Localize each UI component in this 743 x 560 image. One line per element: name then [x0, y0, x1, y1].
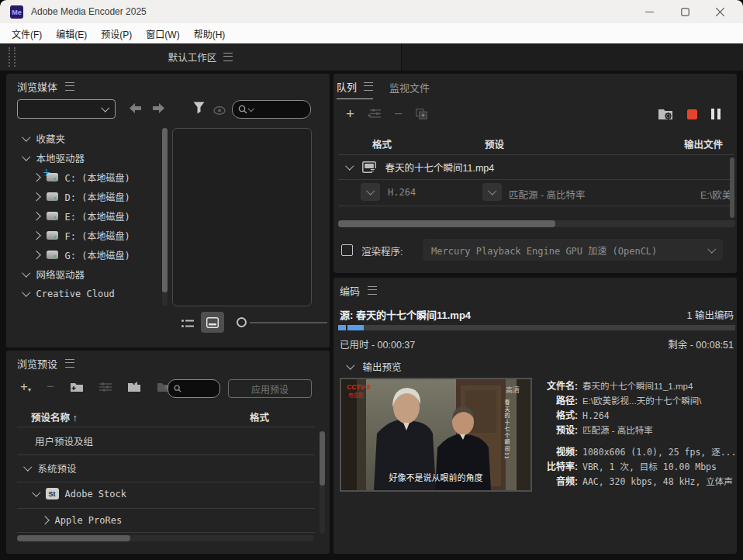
detail-bitrate: 比特率:VBR, 1 次, 目标 10.00 Mbps [541, 460, 738, 475]
tree-item-drive-d[interactable]: D: (本地磁盘) [33, 187, 130, 206]
workspace-menu-icon[interactable] [223, 53, 233, 61]
output-preview-toggle[interactable]: 输出预览 [347, 359, 402, 374]
menu-preset[interactable]: 预设(P) [94, 24, 139, 43]
media-tree-scrollbar[interactable] [162, 128, 168, 306]
queue-run-controls [658, 108, 721, 120]
new-preset-group-icon[interactable] [70, 382, 84, 392]
preset-row-user-presets[interactable]: 用户预设及组 [35, 431, 93, 451]
chevron-right-icon[interactable] [32, 251, 40, 259]
thumbnail-view-button[interactable] [201, 312, 224, 333]
job-output-path[interactable]: E:\欧美 [700, 187, 734, 202]
search-options-chevron-icon[interactable] [248, 105, 254, 112]
col-queue-preset[interactable]: 预设 [485, 137, 504, 151]
preset-row-apple-prores[interactable]: Apple ProRes [42, 510, 122, 530]
encoding-title: 编码 [340, 283, 360, 298]
thumbnail-size-slider-track[interactable] [250, 322, 327, 323]
pause-queue-button[interactable] [711, 109, 721, 119]
apply-preset-button[interactable]: 应用预设 [228, 379, 312, 398]
watch-folder-gear-icon[interactable] [658, 108, 673, 120]
detail-path: 路径:E:\欧美影视...天的十七个瞬间\ [541, 394, 738, 409]
remove-source-button[interactable]: − [394, 106, 403, 121]
chevron-right-icon[interactable] [32, 173, 40, 181]
queue-job-row[interactable]: 春天的十七个瞬间11.mp4 [347, 160, 494, 175]
menu-file[interactable]: 文件(F) [5, 24, 49, 43]
maximize-button[interactable] [673, 3, 696, 20]
media-content-pane[interactable] [172, 128, 312, 306]
stop-queue-button[interactable] [687, 109, 697, 119]
menu-edit[interactable]: 编辑(E) [49, 24, 94, 43]
preset-dropdown-button[interactable] [482, 183, 502, 201]
import-preset-icon[interactable] [127, 382, 141, 392]
tree-item-network-drives[interactable]: 网络驱动器 [23, 264, 85, 284]
menu-window[interactable]: 窗口(W) [139, 24, 186, 43]
duplicate-icon[interactable] [416, 109, 427, 119]
remove-preset-button[interactable]: − [47, 380, 54, 393]
chevron-right-icon[interactable] [32, 192, 40, 201]
browse-presets-title: 浏览预设 [17, 356, 57, 371]
add-source-button[interactable]: + [346, 106, 354, 121]
chevron-right-icon[interactable] [32, 231, 40, 240]
add-output-icon[interactable] [368, 109, 381, 119]
menu-help[interactable]: 帮助(H) [187, 24, 233, 43]
media-location-dropdown[interactable] [17, 99, 116, 119]
tree-item-creative-cloud[interactable]: Creative Cloud [23, 284, 115, 303]
col-queue-format[interactable]: 格式 [372, 137, 392, 151]
forward-arrow-button[interactable] [152, 102, 165, 117]
job-format-value[interactable]: H.264 [388, 187, 416, 198]
browse-presets-menu-icon[interactable] [65, 359, 74, 368]
tab-watch-folders[interactable]: 监视文件 [389, 80, 430, 95]
preset-search-input[interactable] [168, 379, 220, 398]
media-search-input[interactable] [232, 100, 311, 119]
tree-item-local-drives[interactable]: 本地驱动器 [23, 148, 85, 168]
tree-item-drive-c[interactable]: C: (本地磁盘) [33, 168, 130, 187]
col-queue-output[interactable]: 输出文件 [684, 137, 723, 151]
browse-media-menu-icon[interactable] [65, 82, 74, 91]
encoding-menu-icon[interactable] [368, 286, 377, 295]
preset-row-adobe-stock[interactable]: St Adobe Stock [33, 484, 126, 503]
chevron-down-icon[interactable] [23, 463, 32, 472]
output-details: 文件名:春天的十七个瞬间11_1.mp4 路径:E:\欧美影视...天的十七个瞬… [541, 379, 738, 489]
queue-menu-icon[interactable] [364, 82, 373, 91]
presets-horizontal-scrollbar[interactable] [17, 535, 314, 541]
workspace-bar-right [402, 43, 743, 71]
back-arrow-button[interactable] [129, 102, 142, 117]
queue-vertical-scrollbar[interactable] [730, 157, 734, 218]
eye-icon[interactable] [213, 104, 226, 118]
tree-item-label: F: (本地磁盘) [65, 229, 130, 242]
tree-item-drive-e[interactable]: E: (本地磁盘) [33, 206, 130, 226]
chevron-down-icon[interactable] [22, 269, 30, 278]
drive-icon [47, 251, 58, 259]
tree-item-drive-g[interactable]: G: (本地磁盘) [33, 245, 130, 264]
queue-horizontal-scrollbar[interactable] [338, 220, 735, 227]
chevron-down-icon[interactable] [22, 289, 30, 297]
job-preset-value[interactable]: 匹配源 - 高比特率 [509, 187, 586, 202]
workspace-tab-default[interactable]: 默认工作区 [0, 43, 401, 71]
filter-icon[interactable] [193, 102, 205, 117]
minimize-button[interactable] [638, 3, 661, 20]
chevron-down-icon[interactable] [22, 153, 30, 161]
list-view-button[interactable] [181, 318, 194, 332]
thumbnail-size-slider-knob[interactable] [237, 317, 247, 327]
tree-item-drive-f[interactable]: F: (本地磁盘) [33, 226, 130, 245]
format-dropdown-button[interactable] [361, 183, 380, 201]
preset-row-system-presets[interactable]: 系统预设 [25, 458, 77, 478]
detail-filename: 文件名:春天的十七个瞬间11_1.mp4 [541, 379, 738, 394]
col-preset-name[interactable]: 预设名称 ↑ [31, 410, 78, 424]
chevron-right-icon[interactable] [40, 516, 49, 524]
chevron-right-icon[interactable] [32, 212, 40, 220]
chevron-down-icon[interactable] [345, 162, 354, 171]
renderer-checkbox[interactable] [341, 244, 353, 256]
tree-item-label: G: (本地磁盘) [65, 248, 130, 261]
chevron-down-icon[interactable] [22, 133, 30, 142]
close-button[interactable] [708, 3, 731, 20]
chevron-down-icon [707, 244, 716, 253]
tree-item-favorites[interactable]: 收藏夹 [23, 129, 65, 148]
presets-vertical-scrollbar[interactable] [320, 431, 325, 534]
detail-video: 视频:1080x606 (1.0), 25 fps, 逐... [541, 445, 738, 460]
add-preset-button[interactable]: +▾ [20, 380, 31, 393]
renderer-dropdown[interactable]: Mercury Playback Engine GPU 加速 (OpenCL) [423, 239, 723, 261]
col-preset-format[interactable]: 格式 [250, 410, 269, 424]
preset-settings-icon[interactable] [99, 382, 112, 392]
chevron-down-icon[interactable] [32, 489, 40, 497]
tab-queue[interactable]: 队列 [337, 79, 373, 99]
